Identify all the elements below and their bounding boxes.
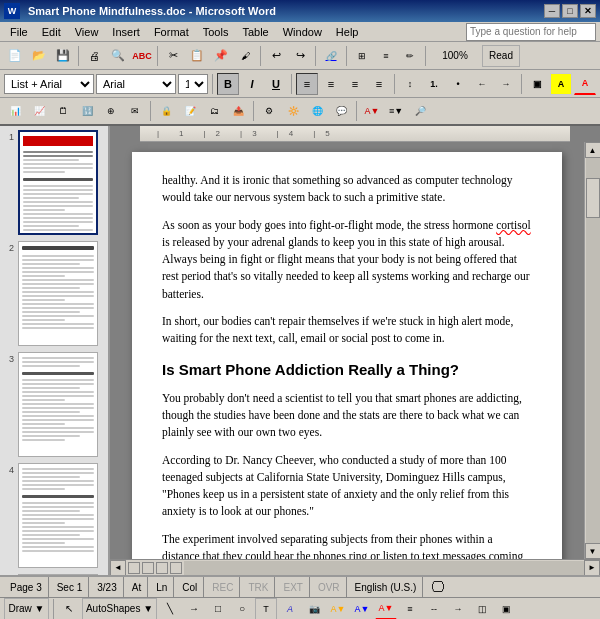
outline-view-btn[interactable] [170,562,182,574]
select-btn[interactable]: ↖ [58,598,80,620]
vertical-scrollbar[interactable]: ▲ ▼ [584,142,600,559]
horizontal-scrollbar[interactable]: ◄ ► [110,559,600,575]
drawing-button[interactable]: ✏ [399,45,421,67]
decrease-indent-button[interactable]: ← [471,73,493,95]
menu-insert[interactable]: Insert [106,24,146,40]
scroll-left-arrow[interactable]: ◄ [110,560,126,576]
rect-btn[interactable]: □ [207,598,229,620]
tb3-btn3[interactable]: 🗒 [52,100,74,122]
thumb-img-1[interactable] [18,130,98,235]
tb3-btn13[interactable]: 🌐 [306,100,328,122]
line-color-btn[interactable]: A▼ [351,598,373,620]
font-size-dropdown[interactable]: 12 [178,74,208,94]
scroll-track[interactable] [586,158,600,543]
copy-button[interactable]: 📋 [186,45,208,67]
menu-view[interactable]: View [69,24,105,40]
tb3-btn1[interactable]: 📊 [4,100,26,122]
paste-button[interactable]: 📌 [210,45,232,67]
3d-btn[interactable]: ▣ [495,598,517,620]
textbox-btn[interactable]: T [255,598,277,620]
columns-button[interactable]: ≡ [375,45,397,67]
menu-edit[interactable]: Edit [36,24,67,40]
underline-button[interactable]: U [265,73,287,95]
draw-dropdown[interactable]: Draw ▼ [4,598,49,620]
thumb-img-4[interactable] [18,463,98,568]
dash-style-btn[interactable]: -- [423,598,445,620]
undo-button[interactable]: ↩ [265,45,287,67]
thumbnail-3[interactable]: 3 [4,352,104,457]
arrow-style-btn[interactable]: → [447,598,469,620]
thumbnail-5[interactable]: 5 [4,574,104,575]
style-dropdown[interactable]: List + Arial [4,74,94,94]
menu-file[interactable]: File [4,24,34,40]
tb3-btn17[interactable]: 🔎 [409,100,431,122]
arrow-btn[interactable]: → [183,598,205,620]
menu-format[interactable]: Format [148,24,195,40]
cut-button[interactable]: ✂ [162,45,184,67]
tb3-btn6[interactable]: ✉ [124,100,146,122]
menu-help[interactable]: Help [330,24,365,40]
font-color2-btn[interactable]: A▼ [375,598,397,620]
help-search-box[interactable] [466,23,596,41]
tb3-btn8[interactable]: 📝 [179,100,201,122]
save-button[interactable]: 💾 [52,45,74,67]
wordart-btn[interactable]: A [279,598,301,620]
numbering-button[interactable]: 1. [423,73,445,95]
scroll-right-arrow[interactable]: ► [584,560,600,576]
format-painter-button[interactable]: 🖌 [234,45,256,67]
scroll-down-arrow[interactable]: ▼ [585,543,601,559]
menu-window[interactable]: Window [277,24,328,40]
print-button[interactable]: 🖨 [83,45,105,67]
normal-view-btn[interactable] [128,562,140,574]
zoom-dropdown[interactable]: 100% [430,45,480,67]
bullets-button[interactable]: • [447,73,469,95]
thumbnail-4[interactable]: 4 [4,463,104,568]
thumb-img-3[interactable] [18,352,98,457]
tb3-btn9[interactable]: 🗂 [203,100,225,122]
menu-tools[interactable]: Tools [197,24,235,40]
line-btn[interactable]: ╲ [159,598,181,620]
hyperlink-button[interactable]: 🔗 [320,45,342,67]
redo-button[interactable]: ↪ [289,45,311,67]
align-center-button[interactable]: ≡ [320,73,342,95]
font-dropdown[interactable]: Arial [96,74,176,94]
fill-color-btn[interactable]: A▼ [327,598,349,620]
new-button[interactable]: 📄 [4,45,26,67]
tb3-btn10[interactable]: 📤 [227,100,249,122]
doc-scroll-area[interactable]: healthy. And it is ironic that something… [110,142,584,559]
open-button[interactable]: 📂 [28,45,50,67]
scroll-thumb[interactable] [586,178,600,218]
italic-button[interactable]: I [241,73,263,95]
print-view-btn[interactable] [156,562,168,574]
tb3-btn2[interactable]: 📈 [28,100,50,122]
scroll-up-arrow[interactable]: ▲ [585,142,601,158]
clip-btn[interactable]: 📷 [303,598,325,620]
minimize-button[interactable]: ─ [544,4,560,18]
tb3-btn12[interactable]: 🔆 [282,100,304,122]
help-search-input[interactable] [466,23,596,41]
tb3-btn15[interactable]: A▼ [361,100,383,122]
tb3-btn16[interactable]: ≡▼ [385,100,407,122]
justify-button[interactable]: ≡ [368,73,390,95]
align-right-button[interactable]: ≡ [344,73,366,95]
read-button[interactable]: Read [482,45,520,67]
tb3-btn11[interactable]: ⚙ [258,100,280,122]
tb3-btn4[interactable]: 🔢 [76,100,98,122]
menu-table[interactable]: Table [236,24,274,40]
tb3-btn7[interactable]: 🔒 [155,100,177,122]
font-color-button[interactable]: A [574,73,596,95]
tb3-btn5[interactable]: ⊕ [100,100,122,122]
autoshapes-dropdown[interactable]: AutoShapes ▼ [82,598,157,620]
h-scroll-track[interactable] [184,561,584,575]
highlight-button[interactable]: A [550,73,572,95]
tables-button[interactable]: ⊞ [351,45,373,67]
thumbnail-2[interactable]: 2 [4,241,104,346]
thumbnail-1[interactable]: 1 [4,130,104,235]
spellcheck-button[interactable]: ABC [131,45,153,67]
outside-border-button[interactable]: ▣ [526,73,548,95]
tb3-btn14[interactable]: 💬 [330,100,352,122]
print-preview-button[interactable]: 🔍 [107,45,129,67]
align-left-button[interactable]: ≡ [296,73,318,95]
thumb-img-2[interactable] [18,241,98,346]
line-style-btn[interactable]: ≡ [399,598,421,620]
